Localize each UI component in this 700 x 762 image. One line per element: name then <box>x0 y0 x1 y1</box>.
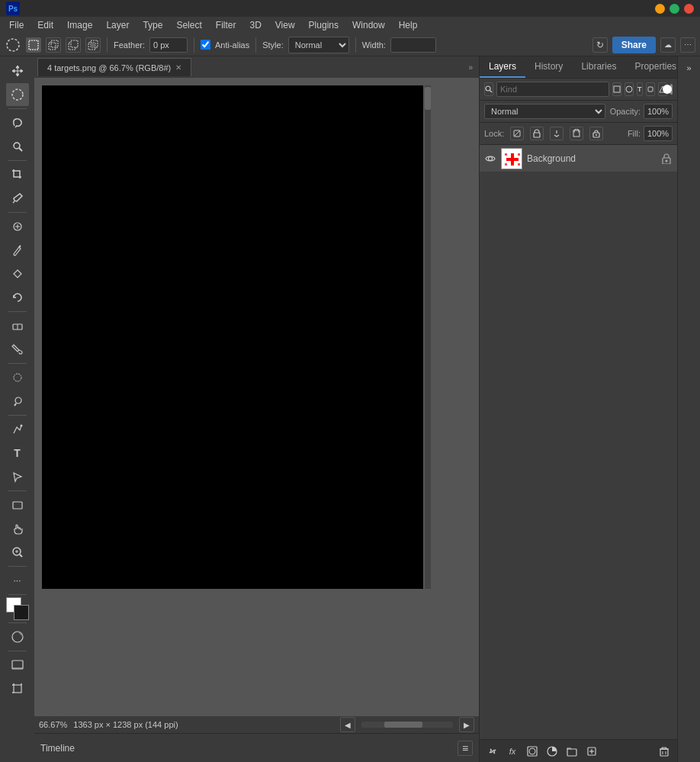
history-brush-tool[interactable] <box>6 286 29 309</box>
menu-file[interactable]: File <box>3 18 30 32</box>
tab-history[interactable]: History <box>525 56 572 78</box>
elliptical-marquee-tool-icon[interactable] <box>5 37 21 53</box>
pen-tool[interactable] <box>6 418 29 441</box>
more-options-btn[interactable]: ⋯ <box>680 37 695 53</box>
subtract-selection-btn[interactable] <box>66 37 81 53</box>
cloud-docs-btn[interactable]: ☁ <box>660 37 676 53</box>
tab-panel-collapse[interactable]: » <box>465 63 476 72</box>
anti-alias-checkbox[interactable] <box>201 40 210 50</box>
scroll-left-btn[interactable]: ◀ <box>340 717 355 732</box>
add-mask-btn[interactable] <box>524 743 541 760</box>
rotate-icon-btn[interactable]: ↻ <box>592 37 608 53</box>
horizontal-scrollbar[interactable] <box>361 722 453 728</box>
elliptical-marquee-tool[interactable] <box>6 83 29 106</box>
filter-toggle[interactable] <box>670 84 673 95</box>
clone-stamp-tool[interactable] <box>6 262 29 285</box>
canvas-area[interactable] <box>34 78 479 716</box>
lasso-tool[interactable] <box>6 111 29 134</box>
fill-input[interactable] <box>644 126 673 141</box>
document-tab[interactable]: 4 targets.png @ 66.7% (RGB/8#) ✕ <box>37 58 191 76</box>
tab-layers[interactable]: Layers <box>480 56 525 78</box>
width-input[interactable] <box>390 37 436 53</box>
new-group-btn[interactable] <box>564 743 580 760</box>
brush-tool[interactable] <box>6 239 29 262</box>
filter-type-btn[interactable]: T <box>637 82 643 96</box>
width-label: Width: <box>362 40 386 50</box>
scroll-right-btn[interactable]: ▶ <box>459 717 474 732</box>
filter-adjustment-btn[interactable] <box>625 82 634 96</box>
style-select[interactable]: Normal Fixed Ratio Fixed Size <box>288 37 349 53</box>
quick-mask-btn[interactable] <box>6 625 29 648</box>
layer-search-input[interactable] <box>496 82 609 97</box>
vertical-scrollbar-thumb[interactable] <box>425 87 431 110</box>
color-swatches[interactable] <box>6 597 29 620</box>
menu-image[interactable]: Image <box>61 18 98 32</box>
adjustment-layer-btn[interactable] <box>544 743 560 760</box>
title-bar-controls <box>655 4 694 14</box>
share-button[interactable]: Share <box>612 37 656 53</box>
menu-plugins[interactable]: Plugins <box>303 18 345 32</box>
menu-3d[interactable]: 3D <box>243 18 267 32</box>
menu-view[interactable]: View <box>269 18 301 32</box>
move-tool[interactable] <box>6 59 29 82</box>
dodge-tool[interactable] <box>6 390 29 413</box>
lock-artboard-btn[interactable] <box>570 127 583 140</box>
add-selection-btn[interactable] <box>46 37 61 53</box>
delete-layer-btn[interactable] <box>656 743 673 760</box>
blend-mode-select[interactable]: Normal Dissolve Multiply Screen Overlay <box>484 104 605 119</box>
svg-rect-5 <box>71 40 78 47</box>
opacity-input[interactable] <box>644 104 673 119</box>
tool-separator-9 <box>8 594 27 595</box>
layer-visibility-btn[interactable] <box>484 153 496 165</box>
menu-select[interactable]: Select <box>170 18 207 32</box>
menu-help[interactable]: Help <box>393 18 424 32</box>
tab-libraries[interactable]: Libraries <box>572 56 625 78</box>
healing-brush-tool[interactable] <box>6 215 29 238</box>
blur-tool[interactable] <box>6 366 29 389</box>
new-layer-btn[interactable] <box>583 743 600 760</box>
timeline-menu-btn[interactable]: ≡ <box>458 741 473 756</box>
rectangle-tool[interactable] <box>6 494 29 516</box>
lock-position-btn[interactable] <box>550 127 564 140</box>
layer-kind-icon[interactable] <box>484 82 493 96</box>
crop-tool[interactable] <box>6 163 29 186</box>
path-selection-tool[interactable] <box>6 465 29 488</box>
minimize-button[interactable] <box>655 4 665 14</box>
filter-shape-btn[interactable] <box>646 82 655 96</box>
menu-window[interactable]: Window <box>346 18 391 32</box>
new-selection-btn[interactable] <box>26 37 41 53</box>
fx-btn[interactable]: fx <box>504 743 521 760</box>
canvas[interactable] <box>42 85 423 589</box>
lock-transparent-btn[interactable] <box>510 127 524 140</box>
fill-label: Fill: <box>628 129 641 138</box>
text-tool[interactable]: T <box>6 442 29 465</box>
paint-bucket-tool[interactable] <box>6 338 29 361</box>
eraser-tool[interactable] <box>6 314 29 337</box>
menu-edit[interactable]: Edit <box>31 18 59 32</box>
layer-item-background[interactable]: Background <box>480 145 677 172</box>
maximize-button[interactable] <box>669 4 679 14</box>
zoom-tool[interactable] <box>6 541 29 564</box>
screen-mode-btn[interactable] <box>6 654 29 677</box>
vertical-scrollbar[interactable] <box>425 85 431 589</box>
menu-layer[interactable]: Layer <box>100 18 135 32</box>
link-layers-btn[interactable] <box>484 743 501 760</box>
lock-image-btn[interactable] <box>530 127 544 140</box>
menu-type[interactable]: Type <box>136 18 169 32</box>
mini-panel-collapse[interactable]: » <box>681 59 698 76</box>
horizontal-scrollbar-thumb[interactable] <box>384 722 422 728</box>
hand-tool[interactable] <box>6 517 29 540</box>
menu-filter[interactable]: Filter <box>210 18 242 32</box>
filter-pixel-btn[interactable] <box>612 82 621 96</box>
background-color[interactable] <box>14 605 29 620</box>
lock-all-btn[interactable] <box>589 127 603 140</box>
tabs-bar: 4 targets.png @ 66.7% (RGB/8#) ✕ » <box>34 56 479 78</box>
quick-select-tool[interactable] <box>6 135 29 158</box>
artboard-btn[interactable] <box>6 677 29 700</box>
tab-close-btn[interactable]: ✕ <box>175 63 181 72</box>
feather-input[interactable] <box>149 37 188 53</box>
eyedropper-tool[interactable] <box>6 187 29 210</box>
more-tools-btn[interactable]: ··· <box>6 569 29 592</box>
close-button[interactable] <box>684 4 694 14</box>
intersect-selection-btn[interactable] <box>85 37 101 53</box>
